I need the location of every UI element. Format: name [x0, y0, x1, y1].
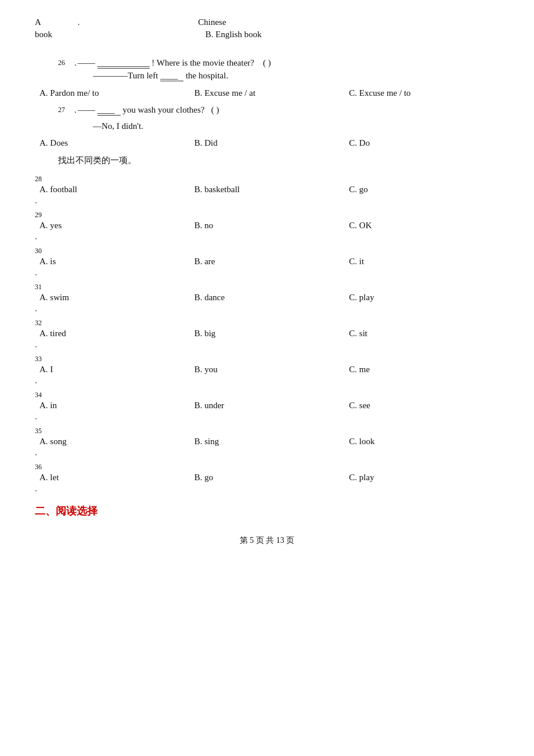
q29-opt-b: B. no [190, 221, 345, 231]
q36-opt-b: B. go [190, 473, 345, 483]
q26-dot: . [74, 58, 77, 68]
q33-opt-b: B. you [190, 365, 345, 375]
top-b-english: B. English book [205, 30, 262, 39]
q36-opt-a: A. let [35, 473, 190, 483]
q27-options: A. Does B. Did C. Do [35, 138, 499, 148]
q35-block: 35 A. song B. sing C. look . [35, 426, 499, 458]
q34-block: 34 A. in B. under C. see . [35, 390, 499, 422]
q34-options: A. in B. under C. see [35, 401, 499, 411]
q36-dot: . [35, 484, 499, 494]
q36-num: 36 [35, 462, 51, 470]
q30-opt-b: B. are [190, 257, 345, 267]
q26-block: 26 . —— ____________ ! Where is the movi… [35, 58, 499, 81]
q34-dot: . [35, 412, 499, 422]
q34-row: 34 [35, 390, 499, 398]
q29-options: A. yes B. no C. OK [35, 221, 499, 231]
q35-opt-a: A. song [35, 437, 190, 447]
q34-opt-a: A. in [35, 401, 190, 411]
q29-block: 29 A. yes B. no C. OK . [35, 210, 499, 242]
q27-opt-b: B. Did [190, 138, 345, 148]
q33-row: 33 [35, 354, 499, 362]
q28-opt-b: B. basketball [190, 185, 345, 195]
q32-num: 32 [35, 318, 51, 326]
q33-opt-c: C. me [344, 365, 499, 375]
instruction: 找出不同类的一项。 [35, 155, 499, 166]
q36-opt-c: C. play [344, 473, 499, 483]
top-dot: . [78, 17, 80, 27]
q32-opt-a: A. tired [35, 329, 190, 339]
top-chinese: Chinese [198, 17, 226, 27]
q27-sub: —No, I didn't. [58, 121, 499, 131]
q34-opt-c: C. see [344, 401, 499, 411]
q26-sub-blank: ____ [160, 71, 183, 81]
q29-opt-a: A. yes [35, 221, 190, 231]
q35-options: A. song B. sing C. look [35, 437, 499, 447]
q33-dot: . [35, 376, 499, 386]
q28-row: 28 [35, 174, 499, 182]
q31-row: 31 [35, 282, 499, 290]
q28-num: 28 [35, 174, 51, 182]
q26-row: 26 . —— ____________ ! Where is the movi… [58, 58, 499, 69]
q33-block: 33 A. I B. you C. me . [35, 354, 499, 386]
q28-block: 28 A. football B. basketball C. go . [35, 174, 499, 206]
q29-dot: . [35, 232, 499, 242]
q33-options: A. I B. you C. me [35, 365, 499, 375]
q27-num: 27 [58, 105, 74, 113]
q28-options: A. football B. basketball C. go [35, 185, 499, 195]
q26-num: 26 [58, 58, 74, 66]
q32-options: A. tired B. big C. sit [35, 329, 499, 339]
q36-row: 36 [35, 462, 499, 470]
q26-opt-a: A. Pardon me/ to [35, 88, 190, 98]
footer-text: 第 5 页 共 13 页 [240, 536, 295, 545]
q31-dot: . [35, 304, 499, 314]
q28-opt-a: A. football [35, 185, 190, 195]
q31-num: 31 [35, 282, 51, 290]
q35-row: 35 [35, 426, 499, 434]
q33-num: 33 [35, 354, 51, 362]
q27-blank: ____ [98, 105, 121, 116]
q29-row: 29 [35, 210, 499, 218]
q26-bracket: ( ) [263, 58, 271, 67]
q27-opt-a: A. Does [35, 138, 190, 148]
q26-opt-c: C. Excuse me / to [344, 88, 499, 98]
q36-options: A. let B. go C. play [35, 473, 499, 483]
q30-opt-c: C. it [344, 257, 499, 267]
q28-dot: . [35, 196, 499, 206]
page-footer: 第 5 页 共 13 页 [35, 535, 499, 546]
q31-opt-b: B. dance [190, 293, 345, 303]
section2-title: 二、阅读选择 [35, 504, 499, 518]
q32-row: 32 [35, 318, 499, 326]
top-line1: A . Chinese [35, 17, 499, 27]
top-line2: book B. English book [35, 30, 499, 39]
q26-text: —— ____________ ! Where is the movie the… [78, 58, 499, 69]
q29-opt-c: C. OK [344, 221, 499, 231]
top-a: A [35, 17, 41, 27]
q31-block: 31 A. swim B. dance C. play . [35, 282, 499, 314]
q30-opt-a: A. is [35, 257, 190, 267]
q32-opt-b: B. big [190, 329, 345, 339]
q32-dot: . [35, 340, 499, 350]
q30-options: A. is B. are C. it [35, 257, 499, 267]
q27-opt-c: C. Do [344, 138, 499, 148]
q31-options: A. swim B. dance C. play [35, 293, 499, 303]
q32-opt-c: C. sit [344, 329, 499, 339]
q30-block: 30 A. is B. are C. it . [35, 246, 499, 278]
q29-num: 29 [35, 210, 51, 218]
q35-num: 35 [35, 426, 51, 434]
q33-opt-a: A. I [35, 365, 190, 375]
q32-block: 32 A. tired B. big C. sit . [35, 318, 499, 350]
q30-dot: . [35, 268, 499, 278]
q27-dot: . [74, 105, 77, 115]
q34-num: 34 [35, 390, 51, 398]
q35-opt-b: B. sing [190, 437, 345, 447]
q26-sub: ————Turn left ____ the hospital. [58, 71, 499, 81]
q28-opt-c: C. go [344, 185, 499, 195]
q27-bracket: ( ) [211, 105, 219, 114]
q35-opt-c: C. look [344, 437, 499, 447]
q27-text: —— ____ you wash your clothes? ( ) [78, 105, 499, 116]
q31-opt-c: C. play [344, 293, 499, 303]
q26-blank: ____________ [98, 58, 150, 69]
q26-options: A. Pardon me/ to B. Excuse me / at C. Ex… [35, 88, 499, 98]
q30-row: 30 [35, 246, 499, 254]
q34-opt-b: B. under [190, 401, 345, 411]
